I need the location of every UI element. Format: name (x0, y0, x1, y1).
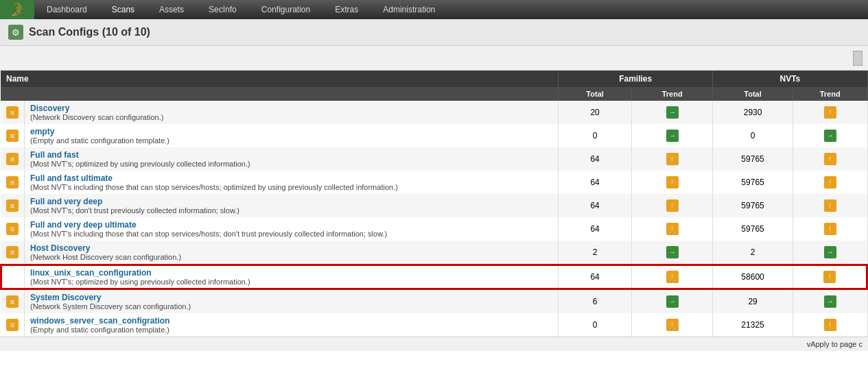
trend-icon-up: ↑ (824, 106, 836, 119)
trend-icon-up: ↑ (666, 153, 679, 165)
nvts-total-cell: 59765 (713, 194, 793, 217)
config-icon[interactable]: ≡ (6, 176, 19, 188)
row-name-cell: windows_server_scan_configration (Empty … (25, 313, 559, 337)
trend-icon-up: ↑ (824, 153, 836, 165)
config-icon[interactable]: ≡ (6, 319, 19, 331)
trend-icon-up: ↑ (666, 223, 679, 235)
nvts-trend-cell: → (793, 241, 867, 265)
trend-icon-up: ↑ (823, 271, 836, 283)
col-nvts-trend-header: Trend (793, 87, 867, 101)
nvts-trend-cell: ↑ (793, 217, 867, 241)
row-name-cell: System Discovery (Network System Discove… (25, 289, 559, 313)
col-nvts-total-header: Total (713, 87, 793, 101)
row-name-cell: linux_unix_scan_configuration (Most NVT'… (25, 265, 559, 289)
nav-secinfo[interactable]: SecInfo (196, 0, 249, 19)
page-title: Scan Configs (10 of 10) (29, 26, 150, 38)
scan-name-link[interactable]: Full and very deep (30, 197, 102, 206)
scan-desc: (Network Host Discovery scan configurati… (30, 253, 181, 261)
scan-name-link[interactable]: empty (30, 127, 54, 136)
trend-icon-right: → (824, 295, 836, 308)
trend-icon-up: ↑ (824, 199, 836, 212)
footer: vApply to page c (0, 337, 868, 351)
families-total-cell: 64 (559, 265, 632, 289)
nvts-total-cell: 2 (713, 241, 793, 265)
families-trend-cell: → (632, 241, 713, 265)
config-icon[interactable]: ≡ (6, 246, 19, 258)
footer-text: vApply to page c (807, 340, 863, 348)
col-name-header: Name (1, 71, 559, 87)
families-trend-cell: ↑ (632, 147, 713, 171)
scan-name-link[interactable]: linux_unix_scan_configuration (30, 268, 152, 278)
row-name-cell: Full and very deep ultimate (Most NVT's … (25, 217, 559, 241)
families-trend-cell: → (632, 101, 713, 124)
nvts-total-cell: 29 (713, 289, 793, 313)
row-config-icon-cell: ≡ (1, 101, 25, 124)
scan-desc: (Empty and static configuration template… (30, 136, 169, 145)
col-nvts-header: NVTs (713, 71, 867, 87)
scan-name-link[interactable]: Host Discovery (30, 243, 90, 253)
scan-name-link[interactable]: Full and very deep ultimate (30, 220, 137, 230)
nvts-trend-cell: → (793, 124, 867, 147)
nvts-trend-cell: ↑ (793, 171, 867, 194)
nvts-trend-cell: ↑ (793, 101, 867, 124)
config-icon[interactable]: ≡ (6, 130, 19, 142)
row-config-icon-cell: ≡ (1, 171, 25, 194)
families-total-cell: 64 (559, 217, 632, 241)
scan-name-link[interactable]: System Discovery (30, 293, 101, 302)
families-trend-cell: → (632, 124, 713, 147)
nav-dashboard[interactable]: Dashboard (34, 0, 99, 19)
families-total-cell: 64 (559, 194, 632, 217)
scan-configs-table: Name Families NVTs Total Trend Total Tre… (0, 71, 868, 337)
scan-desc: (Most NVT's; optimized by using previous… (30, 278, 250, 286)
families-total-cell: 64 (559, 171, 632, 194)
nav-scans[interactable]: Scans (99, 0, 147, 19)
scan-name-link[interactable]: Full and fast ultimate (30, 173, 113, 183)
families-trend-cell: → (632, 289, 713, 313)
row-name-cell: empty (Empty and static configuration te… (25, 124, 559, 147)
families-trend-cell: ↑ (632, 313, 713, 337)
scan-desc: (Network System Discovery scan configura… (30, 302, 191, 311)
nav-extras[interactable]: Extras (322, 0, 371, 19)
nav-configuration[interactable]: Configuration (249, 0, 322, 19)
trend-icon-up: ↑ (824, 319, 836, 331)
col-families-trend-header: Trend (632, 87, 713, 101)
nav-assets[interactable]: Assets (147, 0, 196, 19)
nav-administration[interactable]: Administration (371, 0, 447, 19)
nvts-trend-cell: ↑ (793, 313, 867, 337)
row-name-cell: Full and very deep (Most NVT's; don't tr… (25, 194, 559, 217)
config-icon[interactable]: ≡ (6, 223, 19, 235)
config-icon[interactable]: ≡ (6, 153, 19, 165)
families-trend-cell: ↑ (632, 171, 713, 194)
nvts-trend-cell: ↑ (793, 265, 867, 289)
main-content: Name Families NVTs Total Trend Total Tre… (0, 71, 868, 337)
config-icon[interactable]: ≡ (6, 199, 19, 212)
row-config-icon-cell: ≡ (1, 241, 25, 265)
families-trend-cell: ↑ (632, 194, 713, 217)
trend-icon-right: → (666, 130, 679, 142)
families-total-cell: 6 (559, 289, 632, 313)
config-icon[interactable]: ≡ (6, 295, 19, 308)
scan-name-link[interactable]: windows_server_scan_configration (30, 316, 169, 326)
row-config-icon-cell: ≡ (1, 124, 25, 147)
nvts-total-cell: 58600 (713, 265, 793, 289)
nvts-total-cell: 0 (713, 124, 793, 147)
nvts-trend-cell: → (793, 289, 867, 313)
trend-icon-up: ↑ (666, 271, 679, 283)
col-name-sub (1, 87, 559, 101)
trend-icon-right: → (666, 106, 679, 119)
col-families-header: Families (559, 71, 713, 87)
config-icon[interactable]: ≡ (6, 106, 19, 119)
scan-name-link[interactable]: Discovery (30, 104, 69, 113)
row-config-icon-cell: ≡ (1, 147, 25, 171)
trend-icon-up: ↑ (666, 176, 679, 188)
scroll-right-indicator[interactable] (853, 51, 863, 66)
scan-name-link[interactable]: Full and fast (30, 150, 79, 160)
families-total-cell: 2 (559, 241, 632, 265)
scan-desc: (Most NVT's; don't trust previously coll… (30, 206, 239, 215)
scan-desc: (Network Discovery scan configuration.) (30, 113, 163, 121)
nvts-total-cell: 59765 (713, 171, 793, 194)
app-logo: 🐊 (0, 0, 34, 19)
nvts-total-cell: 2930 (713, 101, 793, 124)
scan-desc: (Most NVT's including those that can sto… (30, 183, 398, 191)
row-config-icon-cell: ≡ (1, 289, 25, 313)
